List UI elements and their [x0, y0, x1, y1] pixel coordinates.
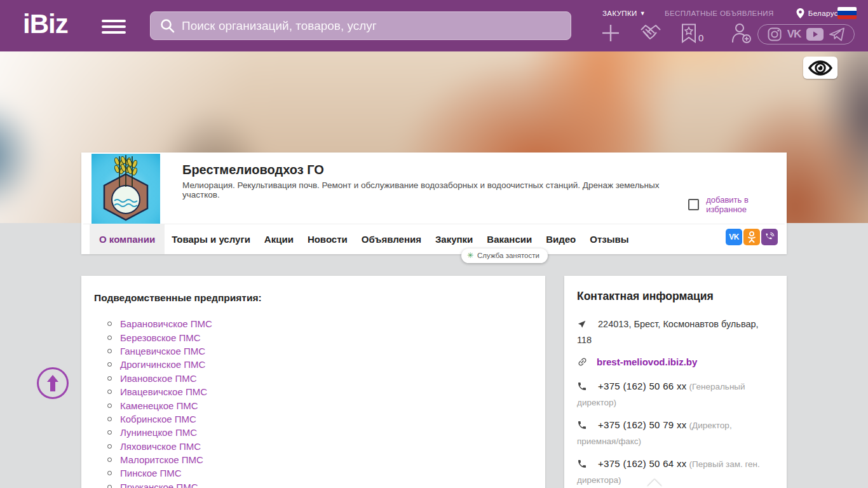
tab-o-kompanii[interactable]: О компании: [90, 224, 165, 254]
company-tabs: О компанииТовары и услугиАкцииНовостиОбъ…: [83, 224, 785, 254]
subsidiary-link[interactable]: Пружанское ПМС: [120, 482, 198, 488]
viber-icon: [764, 232, 775, 242]
phone-number[interactable]: +375 (162) 50 64 xx: [598, 458, 687, 469]
list-bullet-icon: [107, 390, 112, 394]
list-bullet-icon: [107, 485, 112, 488]
tab-video[interactable]: Видео: [539, 224, 583, 254]
link-chain-icon: [577, 356, 588, 371]
subsidiary-item: Пружанское ПМС: [94, 480, 532, 488]
favorite-checkbox[interactable]: [688, 199, 699, 210]
hamburger-menu-button[interactable]: [102, 20, 126, 34]
subsidiary-link[interactable]: Ивановское ПМС: [120, 373, 197, 384]
employment-service-label: Служба занятости: [477, 252, 539, 259]
add-company-button[interactable]: [601, 24, 620, 43]
ibiz-logo[interactable]: iBiz: [23, 9, 68, 39]
add-to-favorites[interactable]: добавить в избранное: [688, 195, 787, 214]
website-row: brest-meliovod.ibiz.by: [577, 355, 774, 371]
navigation-arrow-icon: [577, 319, 588, 333]
phone-icon: [577, 459, 588, 473]
location-pin-icon: [796, 8, 804, 18]
tab-obyavleniya[interactable]: Объявления: [355, 224, 428, 254]
subsidiary-link[interactable]: Пинское ПМС: [120, 468, 182, 478]
subsidiary-link[interactable]: Кобринское ПМС: [120, 414, 196, 424]
list-bullet-icon: [107, 444, 112, 449]
phone-number[interactable]: +375 (162) 50 79 xx: [598, 419, 687, 430]
chevron-down-icon: ▼: [640, 10, 646, 17]
subsidiary-item: Малоритское ПМС: [94, 453, 532, 466]
subsidiary-item: Ивановское ПМС: [94, 372, 532, 385]
partners-button[interactable]: [639, 24, 662, 43]
subsidiary-item: Ганцевичское ПМС: [94, 344, 532, 358]
subsidiaries-card: Подведомственные предприятия: Барановичс…: [81, 276, 545, 488]
subsidiaries-title: Подведомственные предприятия:: [94, 292, 532, 304]
person-add-icon: [730, 23, 752, 43]
list-bullet-icon: [107, 322, 112, 326]
profile-signup-button[interactable]: [730, 23, 752, 43]
subsidiary-item: Ивацевичское ПМС: [94, 385, 532, 398]
subsidiary-item: Каменецкое ПМС: [94, 398, 532, 412]
subsidiary-link[interactable]: Березовское ПМС: [120, 332, 201, 343]
list-bullet-icon: [107, 403, 112, 408]
contact-info-card: Контактная информация 224013, Брест, Кос…: [564, 276, 787, 488]
subsidiary-item: Березовское ПМС: [94, 330, 532, 344]
phone-row: +375 (162) 50 79 xx (Директор, приемная/…: [577, 418, 774, 449]
subsidiary-item: Ляховичское ПМС: [94, 440, 532, 453]
language-flag-russian[interactable]: [837, 7, 857, 19]
contact-info-title: Контактная информация: [577, 290, 774, 303]
nav-free-ads[interactable]: БЕСПЛАТНЫЕ ОБЪЯВЛЕНИЯ: [665, 10, 774, 17]
bookmark-star-icon: [681, 24, 696, 43]
list-bullet-icon: [107, 362, 112, 367]
list-bullet-icon: [107, 376, 112, 381]
accessibility-version-button[interactable]: [803, 57, 837, 79]
employment-service-tooltip: ✳ Служба занятости: [461, 248, 548, 263]
phone-number[interactable]: +375 (162) 50 66 xx: [598, 381, 687, 391]
country-selector[interactable]: Беларусь: [796, 8, 843, 18]
subsidiary-link[interactable]: Дрогичинское ПМС: [120, 359, 205, 370]
tab-akcii[interactable]: Акции: [257, 224, 301, 254]
bookmarks-button[interactable]: 0: [681, 24, 703, 43]
company-social-buttons: VK: [724, 229, 778, 245]
list-bullet-icon: [107, 417, 112, 421]
company-website-link[interactable]: brest-meliovod.ibiz.by: [597, 356, 697, 367]
subsidiary-link[interactable]: Барановичское ПМС: [120, 318, 212, 329]
subsidiary-link[interactable]: Ганцевичское ПМС: [120, 346, 205, 356]
subsidiary-link[interactable]: Лунинецкое ПМС: [120, 427, 197, 438]
company-profile-page: iBiz ЗАКУПКИ▼ БЕСПЛАТНЫЕ ОБЪЯВЛЕНИЯ Бела…: [0, 0, 868, 488]
list-bullet-icon: [107, 336, 112, 340]
subsidiary-link[interactable]: Каменецкое ПМС: [120, 400, 198, 411]
subsidiary-item: Пинское ПМС: [94, 466, 532, 480]
scroll-to-top-button[interactable]: [37, 367, 69, 399]
subsidiaries-list: Барановичское ПМСБерезовское ПМСГанцевич…: [94, 317, 532, 488]
phone-row: +375 (162) 50 64 xx (Первый зам. ген. ди…: [577, 457, 774, 487]
tab-otzyvy[interactable]: Отзывы: [583, 224, 635, 254]
bookmarks-count: 0: [698, 32, 703, 43]
company-description: Мелиорация. Рекультивация почв. Ремонт и…: [182, 180, 691, 200]
odnoklassniki-button[interactable]: [743, 229, 760, 245]
nav-zakupki[interactable]: ЗАКУПКИ▼: [602, 10, 646, 17]
subsidiary-item: Кобринское ПМС: [94, 412, 532, 426]
subsidiary-link[interactable]: Ивацевичское ПМС: [120, 386, 207, 397]
subsidiary-link[interactable]: Ляховичское ПМС: [120, 441, 201, 452]
subsidiary-link[interactable]: Малоритское ПМС: [120, 454, 203, 465]
search-bar: [150, 11, 571, 40]
subsidiary-item: Дрогичинское ПМС: [94, 358, 532, 371]
telegram-icon[interactable]: [829, 27, 844, 41]
subsidiary-item: Барановичское ПМС: [94, 317, 532, 330]
subsidiary-item: Лунинецкое ПМС: [94, 426, 532, 439]
phones-list: +375 (162) 50 66 xx (Генеральный директо…: [577, 379, 774, 487]
vk-icon[interactable]: VK: [787, 28, 801, 41]
site-header: iBiz ЗАКУПКИ▼ БЕСПЛАТНЫЕ ОБЪЯВЛЕНИЯ Бела…: [0, 0, 868, 51]
company-logo[interactable]: [92, 154, 160, 224]
viber-button[interactable]: [761, 229, 778, 245]
search-input[interactable]: [182, 19, 571, 33]
tab-novosti[interactable]: Новости: [301, 224, 355, 254]
instagram-icon[interactable]: [768, 27, 782, 41]
tab-tovary-i-uslugi[interactable]: Товары и услуги: [165, 224, 257, 254]
company-name: Брестмелиоводхоз ГО: [182, 163, 324, 177]
search-icon: [159, 18, 175, 34]
employment-service-icon: ✳: [467, 251, 473, 260]
youtube-icon[interactable]: [806, 28, 824, 41]
vk-share-button[interactable]: VK: [726, 229, 742, 245]
handshake-icon: [639, 24, 662, 43]
phone-icon: [577, 420, 588, 434]
